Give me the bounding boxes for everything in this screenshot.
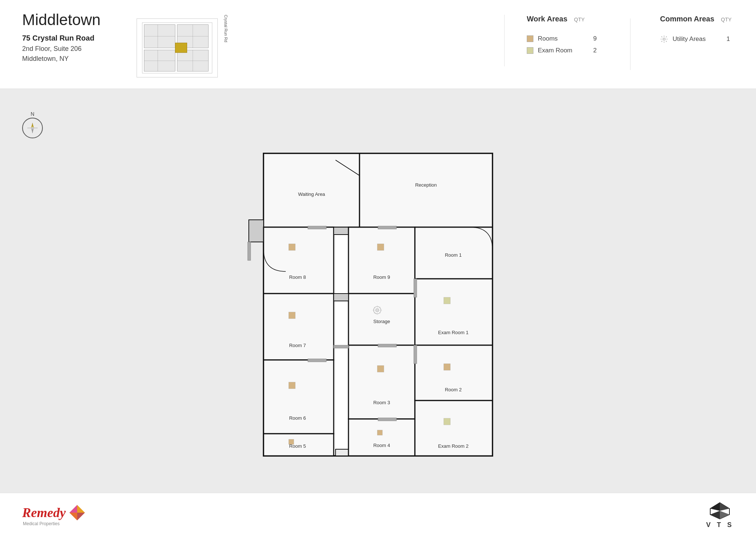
svg-marker-83 — [77, 513, 85, 520]
svg-text:Room 7: Room 7 — [289, 343, 306, 348]
svg-marker-84 — [69, 513, 77, 520]
svg-rect-28 — [249, 220, 264, 242]
vts-diamond-icon — [709, 501, 731, 520]
svg-rect-30 — [289, 244, 295, 250]
svg-text:Storage: Storage — [373, 319, 390, 324]
remedy-subtitle: Medical Properties — [23, 521, 59, 526]
svg-text:Room 1: Room 1 — [445, 252, 462, 258]
floor-plan-diagram: .room-label { font-size: 13px; fill: #33… — [227, 139, 529, 471]
svg-rect-34 — [377, 244, 384, 250]
mini-map-svg — [137, 19, 217, 77]
svg-rect-38 — [264, 294, 334, 360]
work-areas-legend: Work Areas QTY Rooms 9 Exam Room 2 — [527, 15, 601, 70]
svg-text:Room 4: Room 4 — [373, 443, 390, 448]
svg-marker-81 — [77, 505, 85, 513]
svg-text:Reception: Reception — [415, 182, 437, 188]
svg-text:Room 9: Room 9 — [373, 274, 390, 280]
mini-map — [137, 18, 218, 77]
svg-rect-79 — [334, 345, 348, 348]
svg-point-14 — [663, 38, 665, 40]
compass-north-label: N — [22, 111, 43, 117]
svg-rect-74 — [378, 344, 396, 347]
gear-icon — [660, 35, 668, 43]
remedy-logo: Remedy Medical Properties — [22, 504, 86, 526]
svg-rect-53 — [264, 360, 334, 434]
svg-text:Exam Room 1: Exam Room 1 — [438, 330, 468, 335]
svg-rect-50 — [444, 297, 450, 304]
svg-rect-52 — [334, 294, 348, 301]
vts-logo: V T S — [706, 501, 734, 529]
svg-rect-66 — [377, 430, 382, 435]
svg-rect-25 — [360, 153, 492, 227]
legend-row-exam-room: Exam Room 2 — [527, 47, 601, 54]
svg-rect-57 — [377, 365, 384, 372]
svg-text:Room 3: Room 3 — [373, 400, 390, 405]
svg-text:Room 8: Room 8 — [289, 274, 306, 280]
floor-plan-svg: .room-label { font-size: 13px; fill: #33… — [227, 139, 529, 471]
legend-area: Work Areas QTY Rooms 9 Exam Room 2 Commo… — [527, 11, 734, 70]
svg-text:Room 5: Room 5 — [289, 443, 306, 449]
svg-text:Room 6: Room 6 — [289, 415, 306, 421]
svg-marker-87 — [710, 503, 720, 511]
svg-rect-69 — [444, 418, 450, 425]
address-line1: 2nd Floor, Suite 206 — [22, 44, 118, 54]
svg-rect-29 — [264, 227, 334, 294]
svg-marker-86 — [720, 503, 729, 511]
svg-rect-39 — [289, 312, 295, 319]
svg-marker-88 — [720, 511, 729, 519]
compass-circle — [22, 118, 43, 138]
svg-rect-49 — [415, 279, 492, 345]
svg-rect-65 — [348, 419, 415, 456]
svg-rect-23 — [264, 153, 360, 227]
exam-room-label: Exam Room — [538, 47, 589, 54]
footer: Remedy Medical Properties — [0, 493, 756, 537]
svg-rect-75 — [378, 418, 396, 421]
common-areas-title: Common Areas — [660, 15, 714, 23]
utility-areas-count: 1 — [726, 35, 734, 43]
svg-rect-5 — [175, 43, 187, 52]
header: Middletown 75 Crystal Run Road 2nd Floor… — [0, 0, 756, 89]
svg-marker-82 — [69, 505, 77, 513]
svg-rect-77 — [414, 279, 417, 297]
exam-room-color-swatch — [527, 47, 533, 54]
legend-row-utility: Utility Areas 1 — [660, 35, 734, 43]
rooms-color-swatch — [527, 35, 533, 42]
work-areas-title: Work Areas — [527, 15, 567, 23]
divider — [504, 15, 505, 66]
street-label: Crystal Run Rd — [224, 15, 228, 77]
vts-label: V T S — [706, 521, 734, 529]
svg-rect-72 — [378, 226, 396, 229]
svg-rect-71 — [308, 226, 326, 229]
property-info: Middletown 75 Crystal Run Road 2nd Floor… — [22, 11, 118, 64]
remedy-brand-name: Remedy — [22, 505, 66, 520]
property-name: Middletown — [22, 11, 118, 29]
remedy-diamond-icon — [69, 504, 86, 521]
common-areas-legend: Common Areas QTY Utility Areas 1 — [660, 15, 734, 70]
mini-map-container: Crystal Run Rd — [137, 15, 218, 77]
address-bold: 75 Crystal Run Road — [22, 34, 118, 42]
svg-rect-33 — [348, 227, 415, 294]
svg-rect-78 — [414, 345, 417, 364]
svg-rect-56 — [348, 345, 415, 419]
work-areas-qty-label: QTY — [574, 17, 585, 22]
rooms-count: 9 — [593, 35, 601, 42]
legend-divider — [630, 18, 630, 70]
svg-marker-89 — [710, 511, 720, 519]
rooms-label: Rooms — [538, 35, 589, 42]
utility-areas-label: Utility Areas — [673, 35, 722, 43]
common-areas-qty-label: QTY — [721, 17, 732, 22]
compass: N — [22, 111, 43, 138]
exam-room-count: 2 — [593, 47, 601, 54]
svg-rect-73 — [308, 359, 326, 362]
svg-rect-76 — [248, 242, 251, 260]
svg-rect-32 — [334, 227, 348, 235]
svg-text:Waiting Area: Waiting Area — [298, 191, 325, 197]
compass-icon — [26, 121, 39, 135]
svg-rect-60 — [444, 364, 450, 370]
svg-rect-3 — [144, 50, 175, 71]
floor-plan-area: N .room-label { font-size: 13px; fill: #… — [0, 89, 756, 520]
svg-text:Exam Room 2: Exam Room 2 — [438, 443, 468, 449]
svg-rect-54 — [289, 382, 295, 389]
address-line2: Middletown, NY — [22, 54, 118, 64]
svg-text:Room 2: Room 2 — [445, 387, 462, 392]
